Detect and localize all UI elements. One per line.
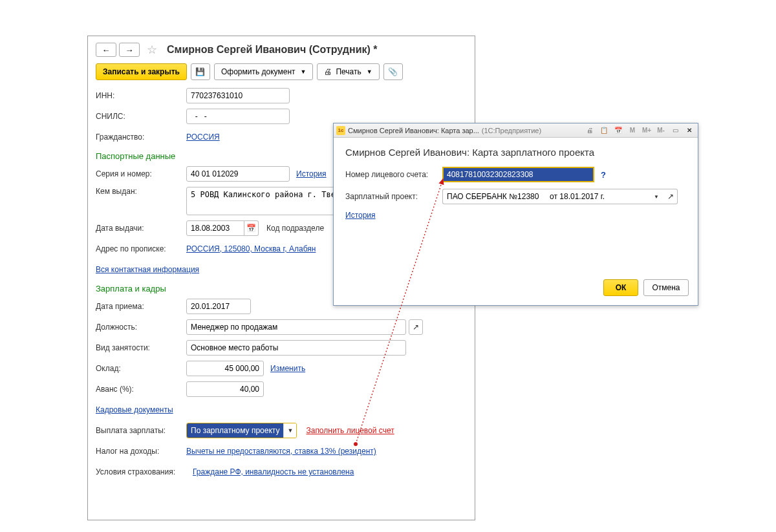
employment-field[interactable] [186, 340, 406, 356]
project-dropdown-button[interactable]: ▼ [649, 189, 663, 204]
tax-settings-link[interactable]: Вычеты не предоставляются, ставка 13% (р… [186, 447, 376, 456]
titlebar-calendar-icon[interactable]: 📅 [612, 125, 624, 136]
page-title: Смирнов Сергей Иванович (Сотрудник) * [167, 44, 377, 56]
insurance-settings-link[interactable]: Граждане РФ, инвалидность не установлена [193, 467, 354, 476]
memory-mminus-button[interactable]: M- [655, 125, 667, 136]
titlebar-print-icon[interactable]: 🖨 [584, 125, 596, 136]
fill-account-link[interactable]: Заполнить лицевой счет [306, 426, 394, 435]
issue-date-field[interactable] [186, 220, 244, 236]
favorite-star-icon[interactable]: ☆ [145, 43, 159, 57]
attachments-button[interactable]: 📎 [383, 63, 403, 80]
salary-field[interactable] [186, 361, 264, 376]
salary-project-label: Зарплатный проект: [345, 192, 442, 201]
ok-button[interactable]: ОК [603, 279, 638, 296]
change-salary-link[interactable]: Изменить [270, 364, 305, 373]
popup-titlebar[interactable]: 1c Смирнов Сергей Иванович: Карта зар...… [334, 123, 698, 138]
open-position-button[interactable]: ↗ [409, 319, 423, 335]
account-number-field[interactable]: 40817810032302823308 [442, 167, 594, 182]
memory-mplus-button[interactable]: M+ [641, 125, 652, 136]
advance-label: Аванс (%): [96, 385, 186, 394]
series-field[interactable] [186, 166, 290, 182]
inn-field[interactable] [186, 88, 290, 103]
create-document-button[interactable]: Оформить документ ▼ [214, 63, 313, 80]
calendar-button[interactable]: 📅 [244, 220, 259, 236]
payout-label: Выплата зарплаты: [96, 426, 186, 435]
hire-date-field[interactable] [186, 299, 251, 314]
hire-date-label: Дата приема: [96, 302, 186, 311]
memory-m-button[interactable]: M [627, 125, 638, 136]
help-icon[interactable]: ? [601, 170, 606, 180]
open-project-button[interactable]: ↗ [663, 189, 678, 204]
open-icon: ↗ [667, 192, 674, 201]
forward-button[interactable]: → [119, 43, 140, 57]
save-and-close-button[interactable]: Записать и закрыть [96, 63, 187, 80]
position-field[interactable] [186, 319, 406, 335]
printer-icon: 🖨 [324, 67, 332, 76]
inn-label: ИНН: [96, 91, 186, 100]
minimize-button[interactable]: ▭ [669, 125, 681, 136]
insurance-label: Условия страхования: [96, 467, 193, 476]
open-icon: ↗ [413, 323, 419, 332]
salary-label: Оклад: [96, 364, 186, 373]
print-label: Печать [336, 67, 361, 76]
app-logo-icon: 1c [336, 126, 345, 135]
payout-value: По зарплатному проекту [187, 423, 283, 438]
back-button[interactable]: ← [96, 43, 116, 57]
chevron-down-icon: ▼ [367, 69, 372, 75]
save-button[interactable]: 💾 [191, 63, 210, 80]
print-button[interactable]: 🖨 Печать ▼ [317, 63, 379, 80]
calendar-icon: 📅 [246, 224, 256, 233]
save-icon: 💾 [195, 67, 205, 76]
account-number-value: 40817810032302823308 [444, 168, 593, 181]
titlebar-calculator-icon[interactable]: 📋 [598, 125, 610, 136]
paperclip-icon: 📎 [388, 67, 398, 76]
snils-field[interactable] [186, 109, 290, 124]
create-document-label: Оформить документ [221, 67, 296, 76]
account-number-label: Номер лицевого счета: [345, 170, 442, 179]
passport-history-link[interactable]: История [296, 169, 327, 178]
popup-window-title: Смирнов Сергей Иванович: Карта зар... [348, 127, 479, 134]
chevron-down-icon: ▼ [283, 423, 296, 438]
salary-project-field[interactable] [442, 189, 649, 204]
issue-date-label: Дата выдачи: [96, 224, 186, 233]
address-link[interactable]: РОССИЯ, 125080, Москва г, Алабян [186, 244, 316, 253]
popup-title: Смирнов Сергей Иванович: Карта зарплатно… [345, 147, 686, 158]
citizenship-label: Гражданство: [96, 133, 186, 142]
employment-label: Вид занятости: [96, 343, 186, 352]
salary-card-popup: 1c Смирнов Сергей Иванович: Карта зар...… [333, 123, 698, 306]
citizenship-link[interactable]: РОССИЯ [186, 133, 220, 142]
advance-field[interactable] [186, 381, 264, 397]
issued-by-label: Кем выдан: [96, 187, 186, 196]
dept-code-label: Код подразделе [266, 224, 324, 233]
all-contacts-link[interactable]: Вся контактная информация [96, 265, 199, 274]
chevron-down-icon: ▼ [301, 69, 307, 75]
snils-label: СНИЛС: [96, 112, 186, 121]
close-button[interactable]: ✕ [684, 125, 695, 136]
cancel-button[interactable]: Отмена [643, 279, 689, 296]
series-label: Серия и номер: [96, 169, 186, 178]
account-history-link[interactable]: История [345, 211, 376, 220]
chevron-down-icon: ▼ [654, 194, 659, 200]
address-label: Адрес по прописке: [96, 244, 186, 253]
title-row: ← → ☆ Смирнов Сергей Иванович (Сотрудник… [96, 43, 467, 57]
payout-select[interactable]: По зарплатному проекту ▼ [186, 423, 297, 438]
hr-documents-link[interactable]: Кадровые документы [96, 405, 173, 414]
tax-label: Налог на доходы: [96, 447, 186, 456]
position-label: Должность: [96, 323, 186, 332]
popup-app-name: (1С:Предприятие) [482, 127, 541, 134]
toolbar: Записать и закрыть 💾 Оформить документ ▼… [96, 63, 467, 80]
